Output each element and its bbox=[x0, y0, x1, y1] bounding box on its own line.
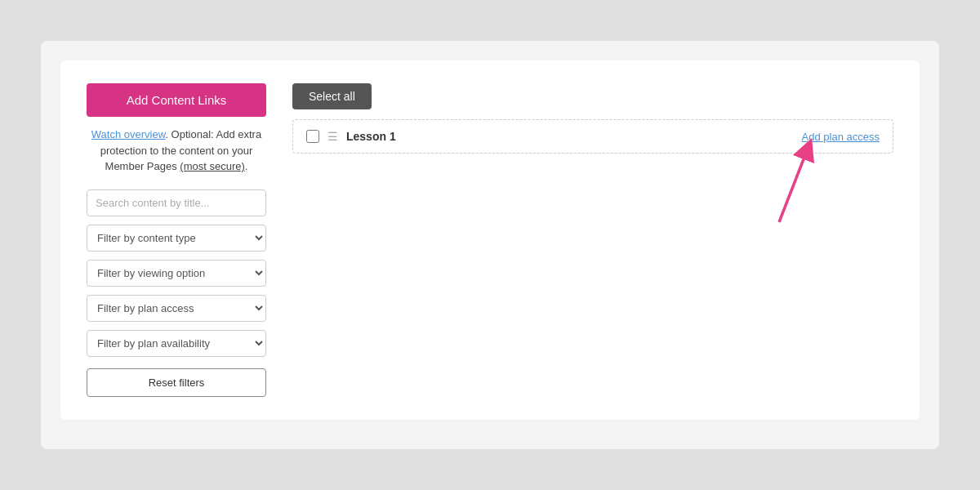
sidebar-description: Watch overview. Optional: Add extra prot… bbox=[87, 127, 266, 175]
add-plan-access-link[interactable]: Add plan access bbox=[802, 131, 880, 143]
select-all-button[interactable]: Select all bbox=[292, 83, 372, 109]
filter-viewing-option-select[interactable]: Filter by viewing option bbox=[87, 260, 266, 287]
content-area: Select all ☰ Lesson 1 Add plan access bbox=[292, 83, 893, 397]
add-content-button[interactable]: Add Content Links bbox=[87, 83, 266, 117]
table-row: ☰ Lesson 1 Add plan access bbox=[293, 120, 893, 153]
drag-handle-icon: ☰ bbox=[327, 130, 338, 143]
outer-card: Add Content Links Watch overview. Option… bbox=[41, 41, 939, 449]
row-checkbox[interactable] bbox=[306, 130, 319, 143]
filter-plan-access-select[interactable]: Filter by plan access bbox=[87, 295, 266, 322]
watch-overview-link[interactable]: Watch overview bbox=[91, 128, 166, 140]
sidebar: Add Content Links Watch overview. Option… bbox=[87, 83, 266, 397]
filter-content-type-select[interactable]: Filter by content type bbox=[87, 225, 266, 252]
search-input[interactable] bbox=[87, 189, 266, 216]
most-secure-text: (most secure) bbox=[180, 160, 244, 172]
reset-filters-button[interactable]: Reset filters bbox=[87, 368, 266, 397]
svg-line-1 bbox=[779, 149, 808, 222]
content-list: ☰ Lesson 1 Add plan access bbox=[292, 119, 893, 154]
row-title: Lesson 1 bbox=[346, 130, 802, 143]
inner-card: Add Content Links Watch overview. Option… bbox=[60, 60, 920, 420]
filter-plan-availability-select[interactable]: Filter by plan availability bbox=[87, 330, 266, 357]
